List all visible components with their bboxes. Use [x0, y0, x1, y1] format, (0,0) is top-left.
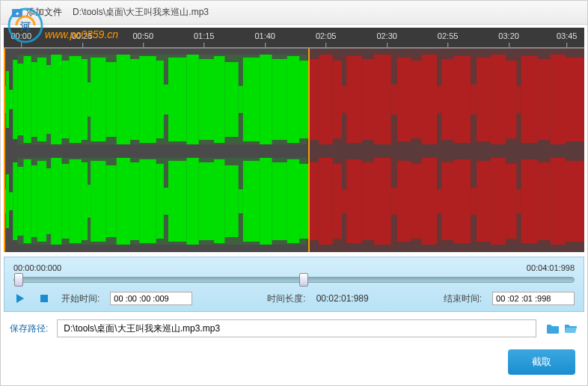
svg-rect-30 [224, 62, 238, 137]
svg-rect-42 [347, 56, 362, 143]
browse-folder-button[interactable] [545, 321, 560, 336]
timeline-ruler[interactable]: 00:00 00:25 00:50 01:15 01:40 02:05 02:3… [4, 28, 584, 49]
svg-rect-27 [186, 55, 198, 144]
svg-rect-117 [566, 161, 584, 242]
tick: 00:25 [72, 31, 93, 40]
total-time-end: 00:04:01:998 [527, 263, 575, 272]
svg-rect-107 [442, 162, 454, 240]
svg-rect-81 [156, 164, 164, 239]
svg-rect-110 [477, 161, 491, 242]
svg-rect-60 [566, 58, 584, 141]
svg-rect-62 [6, 174, 9, 228]
open-folder-button[interactable] [563, 321, 578, 336]
playhead-cursor[interactable] [308, 49, 310, 252]
svg-rect-38 [308, 59, 319, 140]
svg-rect-34 [272, 59, 287, 140]
svg-rect-102 [391, 188, 397, 215]
svg-rect-64 [13, 162, 17, 240]
svg-rect-105 [422, 158, 437, 245]
svg-rect-109 [471, 188, 477, 215]
svg-rect-115 [539, 162, 551, 240]
top-toolbar: 添加文件 D:\tools\桌面\大王叫我来巡山.mp3 [1, 1, 587, 25]
total-time-start: 00:00:00:000 [13, 263, 61, 272]
svg-rect-57 [521, 56, 539, 143]
svg-rect-101 [374, 158, 391, 245]
svg-rect-31 [239, 86, 243, 113]
range-handle-start[interactable] [14, 273, 23, 287]
svg-rect-36 [299, 61, 308, 138]
svg-rect-75 [88, 185, 91, 218]
svg-rect-111 [491, 158, 506, 245]
duration-label: 时间长度: [267, 292, 305, 305]
action-row: 截取 [1, 345, 587, 384]
svg-rect-90 [260, 158, 272, 245]
svg-rect-82 [164, 188, 168, 215]
stop-button[interactable] [37, 292, 51, 305]
selection-start-marker[interactable] [4, 49, 5, 252]
svg-rect-52 [471, 85, 477, 114]
tick: 01:15 [194, 31, 215, 40]
tick: 02:05 [316, 31, 337, 40]
svg-rect-7 [13, 60, 17, 139]
svg-rect-39 [319, 55, 333, 144]
svg-rect-48 [422, 55, 437, 144]
svg-rect-29 [214, 56, 224, 143]
svg-rect-44 [374, 55, 391, 144]
svg-rect-118 [40, 295, 48, 302]
svg-rect-5 [6, 71, 9, 128]
end-time-input[interactable] [492, 292, 575, 305]
svg-rect-45 [391, 85, 397, 114]
svg-rect-113 [517, 189, 521, 213]
svg-rect-97 [333, 164, 342, 239]
playback-control-panel: 00:00:00:000 00:04:01:998 开始时间: 时间长度: 00… [4, 257, 584, 312]
svg-rect-10 [23, 56, 31, 143]
tick: 00:00 [11, 31, 32, 40]
svg-rect-26 [168, 58, 186, 141]
svg-rect-87 [224, 165, 238, 237]
svg-rect-12 [37, 58, 46, 141]
svg-rect-70 [46, 168, 51, 234]
svg-rect-85 [199, 162, 214, 240]
tick: 02:30 [376, 31, 397, 40]
save-path-label: 保存路径: [10, 322, 48, 335]
svg-rect-68 [31, 165, 37, 237]
waveform-channel-right [4, 150, 584, 252]
svg-rect-79 [130, 162, 139, 240]
svg-rect-89 [243, 161, 260, 242]
svg-rect-54 [491, 55, 506, 144]
svg-rect-56 [517, 86, 521, 113]
svg-rect-114 [521, 159, 539, 243]
svg-rect-51 [454, 56, 471, 143]
add-file-button[interactable]: 添加文件 [7, 4, 67, 20]
tick: 01:40 [254, 31, 275, 40]
svg-rect-20 [105, 62, 116, 137]
svg-rect-108 [454, 159, 471, 243]
range-slider[interactable] [13, 277, 575, 283]
svg-rect-98 [342, 189, 346, 213]
range-handle-end[interactable] [299, 273, 308, 287]
waveform-channel-left [4, 49, 584, 150]
svg-rect-73 [70, 159, 82, 243]
waveform-display[interactable] [4, 49, 584, 252]
extract-button[interactable]: 截取 [508, 349, 575, 375]
svg-rect-63 [9, 192, 13, 210]
svg-rect-3 [12, 9, 16, 11]
svg-rect-21 [117, 55, 130, 144]
add-file-label: 添加文件 [26, 6, 62, 19]
svg-rect-13 [46, 65, 51, 134]
save-path-input[interactable] [57, 319, 536, 337]
svg-rect-11 [31, 62, 37, 137]
play-button[interactable] [13, 292, 27, 305]
svg-rect-16 [70, 56, 82, 143]
svg-rect-50 [442, 59, 454, 140]
svg-rect-80 [139, 159, 156, 243]
svg-rect-14 [51, 55, 61, 144]
svg-rect-86 [214, 159, 224, 243]
save-path-row: 保存路径: [1, 312, 587, 345]
start-time-input[interactable] [110, 292, 192, 305]
svg-rect-18 [88, 82, 91, 117]
svg-rect-41 [342, 86, 346, 113]
current-file-path: D:\tools\桌面\大王叫我来巡山.mp3 [73, 6, 209, 19]
svg-rect-95 [308, 162, 319, 240]
start-time-label: 开始时间: [61, 292, 99, 305]
